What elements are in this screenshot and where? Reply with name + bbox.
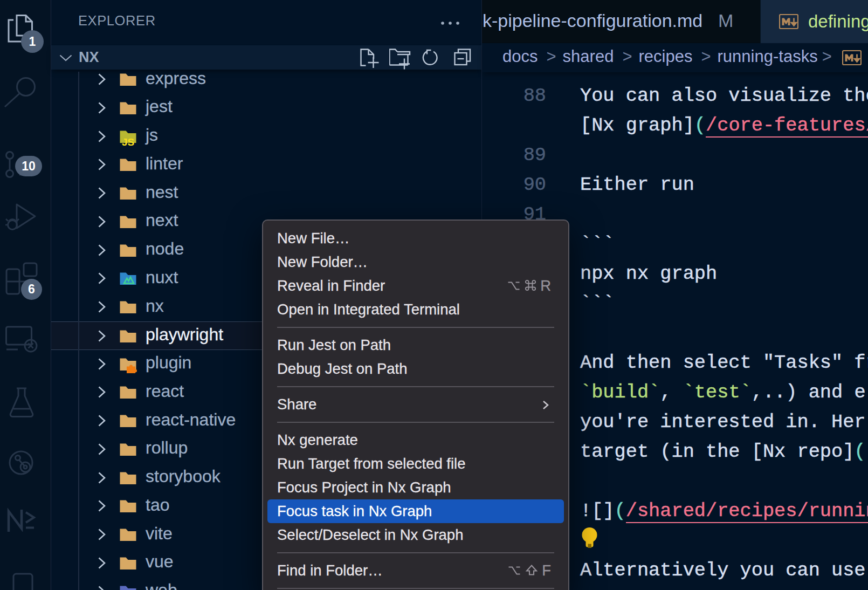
svg-text:JS: JS — [122, 136, 134, 146]
